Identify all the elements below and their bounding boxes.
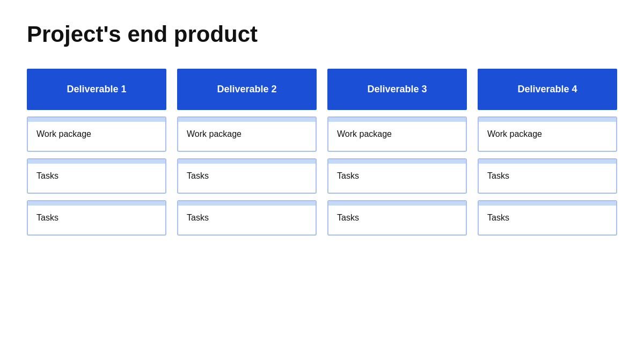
column-3: Deliverable 3Work packageTasksTasks — [327, 69, 467, 242]
work-item-label-4-3: Tasks — [487, 213, 509, 222]
work-item-label-1-2: Tasks — [36, 171, 58, 180]
work-item-1-3: Tasks — [27, 200, 166, 236]
work-item-label-3-1: Work package — [337, 129, 392, 138]
work-item-label-2-1: Work package — [187, 129, 241, 138]
column-4: Deliverable 4Work packageTasksTasks — [478, 69, 617, 242]
work-item-label-2-2: Tasks — [187, 171, 209, 180]
work-item-label-4-1: Work package — [487, 129, 542, 138]
page-title: Project's end product — [27, 21, 617, 47]
work-item-2-2: Tasks — [177, 158, 317, 194]
work-item-label-2-3: Tasks — [187, 213, 209, 222]
work-item-1-1: Work package — [27, 116, 166, 152]
work-item-label-3-3: Tasks — [337, 213, 359, 222]
columns-container: Deliverable 1Work packageTasksTasksDeliv… — [27, 69, 617, 242]
work-item-3-1: Work package — [327, 116, 467, 152]
deliverable-header-1: Deliverable 1 — [27, 69, 166, 110]
work-item-label-3-2: Tasks — [337, 171, 359, 180]
work-item-3-3: Tasks — [327, 200, 467, 236]
work-item-4-3: Tasks — [478, 200, 617, 236]
work-item-4-2: Tasks — [478, 158, 617, 194]
work-item-2-1: Work package — [177, 116, 317, 152]
work-item-4-1: Work package — [478, 116, 617, 152]
work-item-label-1-1: Work package — [36, 129, 91, 138]
work-item-label-1-3: Tasks — [36, 213, 58, 222]
column-2: Deliverable 2Work packageTasksTasks — [177, 69, 317, 242]
deliverable-header-3: Deliverable 3 — [327, 69, 467, 110]
deliverable-header-4: Deliverable 4 — [478, 69, 617, 110]
work-item-3-2: Tasks — [327, 158, 467, 194]
work-item-1-2: Tasks — [27, 158, 166, 194]
work-item-label-4-2: Tasks — [487, 171, 509, 180]
work-item-2-3: Tasks — [177, 200, 317, 236]
column-1: Deliverable 1Work packageTasksTasks — [27, 69, 166, 242]
deliverable-header-2: Deliverable 2 — [177, 69, 317, 110]
